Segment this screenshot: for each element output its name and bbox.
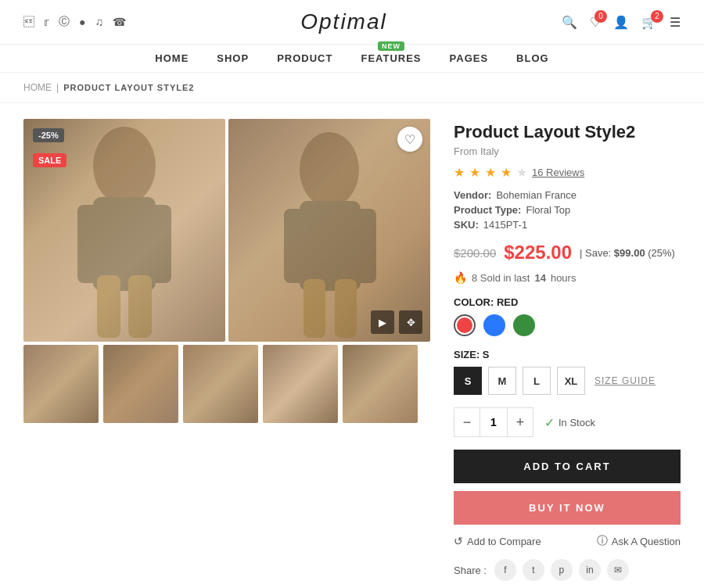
save-amount: $99.00	[614, 247, 645, 259]
svg-rect-10	[304, 279, 325, 338]
size-btn-l[interactable]: L	[523, 367, 551, 395]
original-price: $200.00	[454, 246, 496, 260]
thumbnail-3[interactable]	[183, 345, 258, 423]
size-btn-m[interactable]: M	[488, 367, 516, 395]
svg-rect-3	[148, 205, 171, 283]
sale-price: $225.00	[504, 242, 572, 264]
save-text: | Save: $99.00 (25%)	[580, 247, 675, 259]
size-btn-xl[interactable]: XL	[557, 367, 585, 395]
image-actions: ▶ ✥	[371, 310, 422, 334]
thumbnail-1[interactable]	[23, 345, 99, 423]
social-links:  𝕣 Ⓒ ● ♫ ☎	[23, 15, 126, 29]
star-2: ★	[469, 165, 480, 180]
svg-point-0	[93, 127, 156, 205]
color-swatch-blue[interactable]	[483, 314, 505, 336]
brand-logo[interactable]: Optimal	[300, 9, 386, 34]
share-label: Share :	[454, 565, 487, 576]
sold-hours: 14	[534, 272, 545, 284]
price-row: $200.00 $225.00 | Save: $99.00 (25%)	[454, 242, 681, 264]
breadcrumb-home[interactable]: HOME	[23, 82, 52, 93]
share-email[interactable]: ✉	[607, 559, 629, 581]
main-images: -25% SALE ♡	[23, 119, 430, 342]
share-linkedin[interactable]: in	[579, 559, 601, 581]
thumbnail-strip	[23, 345, 430, 423]
nav-home[interactable]: HOME	[155, 52, 189, 64]
share-facebook[interactable]: f	[494, 559, 516, 581]
color-swatch-green[interactable]	[513, 314, 535, 336]
quantity-row: − + ✓ In Stock	[454, 407, 681, 437]
sold-text: 8 Sold in last	[472, 272, 530, 284]
main-image-1: -25% SALE	[23, 119, 225, 342]
menu-icon[interactable]: ☰	[670, 15, 681, 30]
search-icon[interactable]: 🔍	[562, 15, 577, 30]
star-3: ★	[485, 165, 496, 180]
product-origin: From Italy	[454, 145, 681, 157]
sku-row: SKU: 1415PT-1	[454, 219, 681, 231]
nav-features[interactable]: NEW FEATURES	[361, 52, 421, 64]
thumbnail-2[interactable]	[103, 345, 178, 423]
whatsapp-icon[interactable]: ☎	[113, 16, 126, 28]
thumbnail-5[interactable]	[343, 345, 418, 423]
size-btn-s[interactable]: S	[454, 367, 482, 395]
reviews-count[interactable]: 16 Reviews	[532, 167, 584, 178]
type-value: Floral Top	[526, 204, 570, 216]
rating-section: ★ ★ ★ ★ ★ 16 Reviews	[454, 165, 681, 180]
video-btn[interactable]: ▶	[371, 310, 394, 334]
size-guide-link[interactable]: SIZE GUIDE	[594, 375, 656, 386]
breadcrumb-separator: |	[56, 82, 59, 93]
header-actions: 🔍 ♡ 0 👤 🛒 2 ☰	[562, 15, 681, 30]
nav-shop[interactable]: SHOP	[217, 52, 249, 64]
fire-icon: 🔥	[454, 271, 467, 284]
share-pinterest[interactable]: p	[551, 559, 573, 581]
sku-value: 1415PT-1	[483, 219, 527, 231]
header:  𝕣 Ⓒ ● ♫ ☎ Optimal 🔍 ♡ 0 👤 🛒 2 ☰	[0, 0, 704, 45]
quantity-decrease[interactable]: −	[454, 408, 480, 436]
compare-icon: ↺	[454, 535, 463, 547]
size-options: S M L XL SIZE GUIDE	[454, 367, 681, 395]
sold-suffix: hours	[551, 272, 576, 284]
compare-text: Add to Compare	[467, 536, 541, 547]
breadcrumb-current: PRODUCT LAYOUT STYLE2	[63, 83, 194, 92]
product-title: Product Layout Style2	[454, 122, 681, 142]
svg-point-6	[300, 132, 359, 207]
thumbnail-4[interactable]	[263, 345, 338, 423]
tiktok-icon[interactable]: ♫	[95, 16, 103, 28]
pinterest-icon[interactable]: Ⓒ	[59, 15, 70, 29]
account-icon[interactable]: 👤	[613, 15, 629, 30]
share-twitter[interactable]: t	[523, 559, 544, 581]
svg-rect-11	[335, 279, 357, 338]
ask-question-link[interactable]: ⓘ Ask A Question	[597, 534, 681, 548]
svg-rect-2	[77, 205, 101, 283]
facebook-icon[interactable]: 	[23, 16, 34, 28]
quantity-increase[interactable]: +	[508, 408, 533, 436]
wishlist-icon-wrap[interactable]: ♡ 0	[590, 15, 601, 30]
cart-icon-wrap[interactable]: 🛒 2	[641, 15, 657, 30]
instagram-icon[interactable]: ●	[79, 16, 85, 28]
nav-pages[interactable]: PAGES	[450, 52, 489, 64]
color-options	[454, 314, 681, 336]
twitter-icon[interactable]: 𝕣	[44, 16, 49, 28]
stock-text: In Stock	[559, 417, 595, 428]
wishlist-badge: 0	[594, 10, 607, 23]
vendor-row: Vendor: Bohemian France	[454, 189, 681, 201]
fullscreen-btn[interactable]: ✥	[399, 310, 422, 334]
product-info: Product Layout Style2 From Italy ★ ★ ★ ★…	[454, 119, 681, 588]
color-swatch-red[interactable]	[454, 314, 476, 336]
buy-now-button[interactable]: BUY IT NOW	[454, 491, 681, 525]
quantity-input[interactable]	[480, 408, 508, 436]
vendor-value: Bohemian France	[496, 189, 576, 201]
star-4: ★	[501, 165, 512, 180]
svg-rect-7	[300, 201, 361, 291]
add-compare-link[interactable]: ↺ Add to Compare	[454, 534, 541, 548]
navigation: HOME SHOP PRODUCT NEW FEATURES PAGES BLO…	[0, 45, 704, 73]
nav-product[interactable]: PRODUCT	[277, 52, 332, 64]
stock-icon: ✓	[544, 415, 555, 430]
type-row: Product Type: Floral Top	[454, 204, 681, 216]
links-row: ↺ Add to Compare ⓘ Ask A Question	[454, 534, 681, 548]
type-label: Product Type:	[454, 204, 521, 216]
size-selected: S	[483, 349, 490, 360]
quantity-control: − +	[454, 407, 533, 437]
nav-blog[interactable]: BLOG	[516, 52, 549, 64]
svg-rect-9	[354, 209, 376, 283]
add-to-cart-button[interactable]: ADD TO CART	[454, 450, 681, 483]
